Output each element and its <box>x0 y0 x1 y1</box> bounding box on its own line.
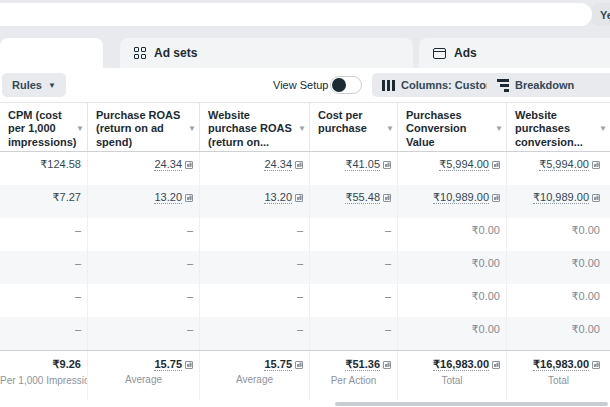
columns-label: Columns: Custom <box>401 79 496 91</box>
metric-cell: – <box>88 218 200 251</box>
inline-chart-icon[interactable] <box>492 361 500 369</box>
column-header-website-purchases-conversion[interactable]: Website purchases conversion... ▼ <box>507 103 610 151</box>
inline-chart-icon[interactable] <box>185 194 193 202</box>
inline-chart-icon[interactable] <box>383 161 391 169</box>
table-row: – – – – ₹0.00 ₹0.00 <box>0 251 610 284</box>
date-range-button[interactable]: Ye <box>592 3 610 26</box>
metric-cell: ₹124.58 <box>0 152 88 185</box>
tab-ads-label: Ads <box>454 46 477 60</box>
metric-cell: – <box>0 251 88 284</box>
breakdown-icon <box>497 79 509 92</box>
sort-caret-icon[interactable]: ▼ <box>386 124 394 134</box>
summary-cell[interactable]: 15.75 Average <box>200 351 310 400</box>
inline-chart-icon[interactable] <box>592 161 600 169</box>
tab-campaigns-active[interactable] <box>0 38 103 68</box>
metric-cell: – <box>0 284 88 317</box>
metric-cell: – <box>88 317 200 350</box>
metric-cell: ₹0.00 <box>507 284 610 317</box>
campaigns-table-panel: Rules ▼ View Setup Columns: Custom ▼ Bre… <box>0 68 610 407</box>
inline-chart-icon[interactable] <box>492 194 500 202</box>
summary-cell[interactable]: ₹16,983.00 Total <box>398 351 507 400</box>
ad-sets-icon <box>134 47 146 59</box>
inline-chart-icon[interactable] <box>185 161 193 169</box>
summary-cell[interactable]: ₹51.36 Per Action <box>310 351 398 400</box>
metric-cell: – <box>200 218 310 251</box>
date-range-label: Ye <box>600 9 610 21</box>
horizontal-scrollbar[interactable] <box>335 402 608 406</box>
metric-cell[interactable]: ₹10,989.00 <box>398 185 507 218</box>
view-setup-toggle[interactable] <box>330 76 362 94</box>
inline-chart-icon[interactable] <box>185 361 193 369</box>
summary-cell[interactable]: 15.75 Average <box>88 351 200 400</box>
table-row: ₹124.58 24.34 24.34 ₹41.05 ₹5,994.00 ₹5,… <box>0 152 610 185</box>
inline-chart-icon[interactable] <box>295 194 303 202</box>
column-header-website-purchase-roas[interactable]: Website purchase ROAS (return on... ▼ <box>200 103 310 151</box>
metric-cell: – <box>0 218 88 251</box>
rules-label: Rules <box>12 79 42 91</box>
metric-cell: – <box>88 284 200 317</box>
metric-cell[interactable]: 13.20 <box>200 185 310 218</box>
metric-cell: – <box>88 251 200 284</box>
breakdown-button[interactable]: Breakdown <box>487 73 610 97</box>
table-row: – – – – ₹0.00 ₹0.00 <box>0 284 610 317</box>
metric-cell: – <box>310 218 398 251</box>
summary-cell[interactable]: ₹16,983.00 Total <box>507 351 610 400</box>
metric-cell: – <box>310 251 398 284</box>
table-row: ₹7.27 13.20 13.20 ₹55.48 ₹10,989.00 ₹10,… <box>0 185 610 218</box>
summary-cell: ₹9.26 Per 1,000 Impressions <box>0 351 88 400</box>
rules-button[interactable]: Rules ▼ <box>2 73 66 97</box>
column-header-purchases-conversion-value[interactable]: Purchases Conversion Value ▼ <box>398 103 507 151</box>
metric-cell[interactable]: 24.34 <box>200 152 310 185</box>
inline-chart-icon[interactable] <box>592 361 600 369</box>
tab-ads[interactable]: Ads <box>419 38 610 68</box>
tab-ad-sets[interactable]: Ad sets <box>120 38 413 68</box>
sort-caret-icon[interactable]: ▼ <box>76 124 84 134</box>
table-row: – – – – ₹0.00 ₹0.00 <box>0 317 610 350</box>
columns-icon <box>382 80 395 91</box>
metric-cell[interactable]: 13.20 <box>88 185 200 218</box>
table-row: – – – – ₹0.00 ₹0.00 <box>0 218 610 251</box>
sort-caret-icon[interactable]: ▼ <box>188 124 196 134</box>
inline-chart-icon[interactable] <box>383 194 391 202</box>
table-header-row: CPM (cost per 1,000 impressions) ▼ Purch… <box>0 102 610 152</box>
metric-cell[interactable]: ₹41.05 <box>310 152 398 185</box>
metric-cell: ₹0.00 <box>398 218 507 251</box>
inline-chart-icon[interactable] <box>492 161 500 169</box>
metric-cell: – <box>0 317 88 350</box>
metric-cell: ₹0.00 <box>507 251 610 284</box>
inline-chart-icon[interactable] <box>295 361 303 369</box>
metric-cell: ₹0.00 <box>507 317 610 350</box>
metric-cell: – <box>200 284 310 317</box>
metric-cell[interactable]: 24.34 <box>88 152 200 185</box>
inline-chart-icon[interactable] <box>592 194 600 202</box>
sort-caret-icon[interactable]: ▼ <box>495 124 503 134</box>
metric-cell: ₹0.00 <box>507 218 610 251</box>
metric-cell: – <box>310 317 398 350</box>
toggle-knob <box>332 78 346 92</box>
metric-cell: ₹0.00 <box>398 251 507 284</box>
sort-caret-icon[interactable]: ▼ <box>599 124 607 134</box>
column-header-cpm[interactable]: CPM (cost per 1,000 impressions) ▼ <box>0 103 88 151</box>
column-header-cost-per-purchase[interactable]: Cost per purchase ▼ <box>310 103 398 151</box>
column-header-purchase-roas[interactable]: Purchase ROAS (return on ad spend) ▼ <box>88 103 200 151</box>
filter-search-bar[interactable] <box>0 3 592 26</box>
chevron-down-icon: ▼ <box>48 81 56 90</box>
summary-row: ₹9.26 Per 1,000 Impressions 15.75 Averag… <box>0 350 610 400</box>
metric-cell: ₹0.00 <box>398 317 507 350</box>
metric-cell: – <box>310 284 398 317</box>
inline-chart-icon[interactable] <box>383 361 391 369</box>
metric-cell[interactable]: ₹10,989.00 <box>507 185 610 218</box>
breakdown-label: Breakdown <box>515 79 574 91</box>
metric-cell: – <box>200 317 310 350</box>
metric-cell[interactable]: ₹5,994.00 <box>507 152 610 185</box>
metric-cell: ₹7.27 <box>0 185 88 218</box>
metric-cell[interactable]: ₹5,994.00 <box>398 152 507 185</box>
view-setup-label: View Setup <box>273 79 328 91</box>
table-toolbar: Rules ▼ View Setup Columns: Custom ▼ Bre… <box>0 68 610 102</box>
sort-caret-icon[interactable]: ▼ <box>298 124 306 134</box>
ads-icon <box>433 48 446 59</box>
metric-cell[interactable]: ₹55.48 <box>310 185 398 218</box>
metric-cell: – <box>200 251 310 284</box>
inline-chart-icon[interactable] <box>295 161 303 169</box>
tab-ad-sets-label: Ad sets <box>154 46 197 60</box>
